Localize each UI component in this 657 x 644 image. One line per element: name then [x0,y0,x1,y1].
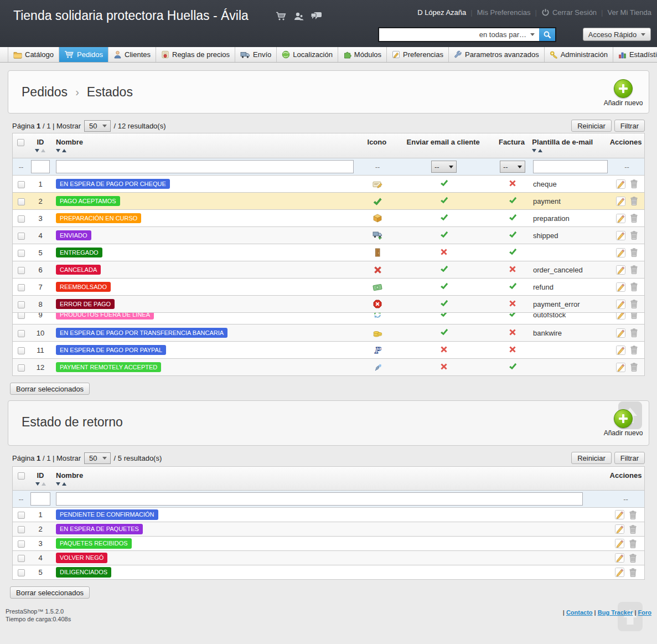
edit-button[interactable] [615,568,624,577]
delete-button[interactable] [630,300,638,308]
row-checkbox[interactable] [18,347,25,354]
sort-asc-icon[interactable] [538,149,542,152]
sort-desc-icon[interactable] [35,149,39,152]
delete-button[interactable] [629,568,637,577]
filter-id-input[interactable] [31,160,50,173]
tab-reglas-de-precios[interactable]: Reglas de precios [156,47,235,62]
row-checkbox[interactable] [18,526,25,533]
edit-button[interactable] [616,197,625,206]
search-button[interactable] [539,28,555,41]
edit-button[interactable] [616,214,625,223]
delete-button[interactable] [630,312,638,319]
sort-asc-icon[interactable] [42,482,46,486]
contact-link[interactable]: Contacto [566,609,593,616]
edit-button[interactable] [616,346,625,355]
edit-button[interactable] [615,524,624,534]
edit-button[interactable] [616,328,625,338]
edit-button[interactable] [616,363,625,372]
filter-button[interactable]: Filtrar [614,452,645,464]
edit-button[interactable] [615,539,624,548]
row-checkbox[interactable] [18,330,25,337]
tab-pedidos[interactable]: Pedidos [59,47,108,62]
filter-invoice-select[interactable]: -- [500,161,525,173]
delete-button[interactable] [629,525,637,534]
quick-access-select[interactable]: Acceso Rápido [583,28,651,41]
row-checkbox[interactable] [18,512,25,519]
row-checkbox[interactable] [18,267,25,274]
search-scope-select[interactable]: en todas par… [472,28,539,41]
edit-button[interactable] [616,282,625,292]
sort-desc-icon[interactable] [56,482,60,486]
tab-m-dulos[interactable]: Módulos [338,47,387,62]
cart-icon[interactable] [276,11,287,22]
row-checkbox[interactable] [18,233,25,240]
sort-desc-icon[interactable] [35,482,40,486]
tab-env-o[interactable]: Envío [235,47,277,62]
delete-button[interactable] [629,511,637,519]
tab-preferencias[interactable]: Preferencias [387,47,449,62]
sort-asc-icon[interactable] [62,149,66,152]
delete-button[interactable] [630,197,638,205]
reset-button[interactable]: Reiniciar [571,452,612,464]
row-checkbox[interactable] [18,555,25,562]
edit-button[interactable] [615,510,624,519]
delete-button[interactable] [629,554,637,563]
delete-button[interactable] [630,346,638,354]
tab-parametros-avanzados[interactable]: Parametros avanzados [449,47,545,62]
add-new-return-button[interactable]: Añadir nuevo [601,409,646,437]
row-checkbox[interactable] [18,215,25,223]
bugtracker-link[interactable]: Bug Tracker [598,609,633,616]
delete-button[interactable] [630,231,638,240]
delete-button[interactable] [630,282,638,291]
edit-button[interactable] [616,312,625,320]
tab-clientes[interactable]: Clientes [108,47,156,62]
row-checkbox[interactable] [18,198,25,205]
filter-email-select[interactable]: -- [431,161,457,173]
row-checkbox[interactable] [18,284,25,291]
edit-button[interactable] [616,179,625,189]
row-checkbox[interactable] [18,569,25,576]
tab-cat-logo[interactable]: Catálogo [8,47,59,62]
filter-name-input[interactable] [56,160,354,173]
sort-desc-icon[interactable] [532,149,536,152]
delete-selected-button[interactable]: Borrar seleccionados [10,586,90,599]
delete-button[interactable] [630,179,638,188]
delete-button[interactable] [629,539,637,548]
select-all-checkbox[interactable] [17,139,24,146]
edit-button[interactable] [616,300,625,309]
row-checkbox[interactable] [18,181,25,188]
menu-preferences[interactable]: Mis Preferencias [477,8,531,17]
edit-button[interactable] [616,231,625,240]
sort-asc-icon[interactable] [62,482,66,486]
delete-button[interactable] [630,248,638,257]
filter-id-input[interactable] [30,492,50,506]
delete-button[interactable] [630,265,638,274]
reset-button[interactable]: Reiniciar [571,120,612,132]
menu-logout[interactable]: Cerrar Sesión [541,8,597,17]
edit-button[interactable] [616,248,625,257]
forum-link[interactable]: Foro [638,609,651,616]
delete-selected-button[interactable]: Borrar seleccionados [10,383,90,395]
filter-name-input[interactable] [56,492,583,506]
sort-desc-icon[interactable] [56,149,60,152]
page-size-select[interactable]: 50 [84,452,110,464]
menu-view-shop[interactable]: Ver Mi Tienda [608,8,652,17]
chat-icon[interactable] [311,12,323,21]
breadcrumb-section[interactable]: Pedidos [22,85,68,100]
row-checkbox[interactable] [18,540,25,548]
user-name[interactable]: D López Azaña [417,8,466,17]
search-input[interactable] [379,28,472,41]
row-checkbox[interactable] [18,312,25,319]
tab-estad-sticas[interactable]: Estadísticas [613,47,657,62]
select-all-checkbox[interactable] [18,472,25,480]
row-checkbox[interactable] [18,250,25,257]
edit-button[interactable] [615,553,624,563]
scroll-top-button[interactable] [618,602,643,631]
row-checkbox[interactable] [18,364,25,372]
customers-icon[interactable] [293,12,304,22]
edit-button[interactable] [616,265,625,275]
tab-localizaci-n[interactable]: Localización [277,47,338,62]
row-checkbox[interactable] [18,301,25,308]
delete-button[interactable] [630,214,638,223]
delete-button[interactable] [630,328,638,337]
